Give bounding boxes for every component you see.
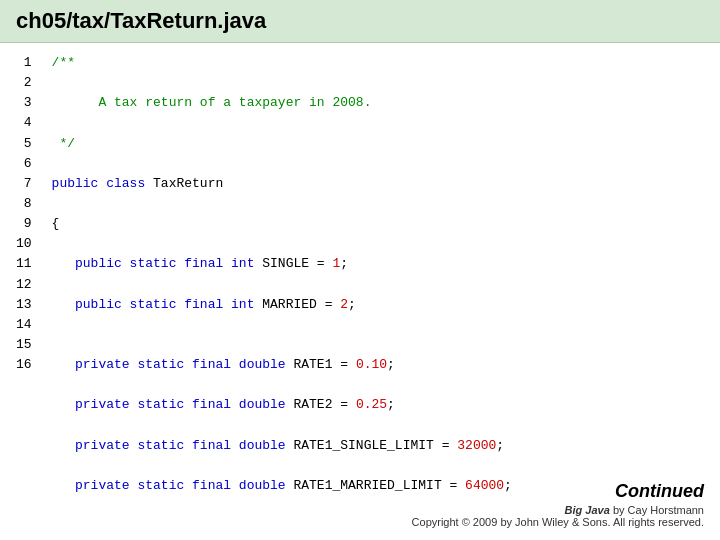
page-title: ch05/tax/TaxReturn.java — [16, 8, 704, 34]
code-content: /** A tax return of a taxpayer in 2008. … — [42, 53, 720, 540]
continued-label: Continued — [412, 481, 704, 502]
code-area: 1 2 3 4 5 6 7 8 9 10 11 12 13 14 15 16 /… — [0, 43, 720, 540]
footer: Continued Big Java by Cay Horstmann Copy… — [412, 481, 704, 528]
title-bar: ch05/tax/TaxReturn.java — [0, 0, 720, 43]
line-numbers: 1 2 3 4 5 6 7 8 9 10 11 12 13 14 15 16 — [0, 53, 42, 540]
bigjava-label: Big Java — [565, 504, 610, 516]
copyright-author: by Cay Horstmann — [610, 504, 704, 516]
copyright-text: Big Java by Cay Horstmann Copyright © 20… — [412, 504, 704, 528]
copyright-rights: Copyright © 2009 by John Wiley & Sons. A… — [412, 516, 704, 528]
